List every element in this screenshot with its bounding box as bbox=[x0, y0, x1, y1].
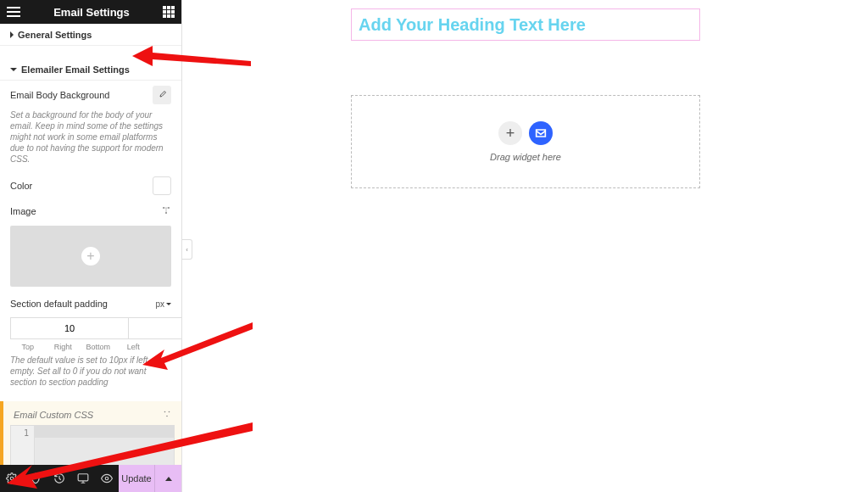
section-label: General Settings bbox=[18, 30, 92, 40]
padding-label: Section default padding bbox=[10, 299, 108, 309]
dropzone-actions: + bbox=[498, 121, 553, 145]
image-row: Image bbox=[0, 200, 181, 222]
dynamic-tags-icon[interactable] bbox=[163, 410, 171, 420]
image-upload-area[interactable]: + bbox=[10, 226, 171, 287]
heading-widget[interactable]: Add Your Heading Text Here bbox=[351, 8, 700, 41]
body-bg-row: Email Body Background bbox=[0, 81, 181, 109]
section-general-settings[interactable]: General Settings bbox=[0, 24, 181, 46]
padding-unit-select[interactable]: px bbox=[155, 299, 171, 309]
padding-right-input[interactable] bbox=[128, 317, 181, 339]
css-code-area[interactable] bbox=[35, 426, 174, 465]
color-row: Color bbox=[0, 171, 181, 200]
empty-section-dropzone[interactable]: + Drag widget here bbox=[351, 95, 700, 188]
history-icon[interactable] bbox=[47, 465, 71, 492]
css-line-gutter: 1 bbox=[11, 426, 35, 465]
panel-title: Email Settings bbox=[53, 6, 130, 19]
color-picker[interactable] bbox=[153, 176, 171, 195]
navigator-icon[interactable] bbox=[24, 465, 47, 492]
chevron-down-icon bbox=[10, 68, 17, 71]
save-options-button[interactable] bbox=[154, 465, 181, 492]
section-elemailer-settings[interactable]: Elemailer Email Settings bbox=[0, 59, 181, 81]
dropzone-label: Drag widget here bbox=[490, 152, 561, 162]
settings-body: Email Body Background Set a background f… bbox=[0, 81, 181, 465]
envelope-icon bbox=[534, 126, 548, 140]
custom-css-label: Email Custom CSS bbox=[14, 410, 93, 420]
padding-side-labels: Top Right Bottom Left bbox=[0, 343, 181, 355]
custom-css-section: Email Custom CSS 1 Warning: it might see… bbox=[0, 401, 181, 465]
paintbrush-icon bbox=[157, 90, 167, 100]
section-label: Elemailer Email Settings bbox=[21, 64, 130, 75]
padding-desc: The default value is set to 10px if left… bbox=[0, 355, 181, 394]
elemailer-widgets-button[interactable] bbox=[529, 121, 553, 145]
svg-point-8 bbox=[105, 477, 108, 480]
responsive-icon[interactable] bbox=[71, 465, 95, 492]
plus-icon: + bbox=[81, 247, 100, 266]
chevron-down-icon bbox=[166, 303, 171, 305]
chevron-up-icon bbox=[165, 477, 172, 481]
widgets-grid-icon[interactable] bbox=[163, 6, 175, 18]
padding-inputs bbox=[0, 314, 181, 343]
body-bg-desc: Set a background for the body of your em… bbox=[0, 109, 181, 171]
panel-collapse-handle[interactable]: ‹ bbox=[182, 239, 192, 260]
update-button[interactable]: Update bbox=[119, 465, 154, 492]
svg-rect-7 bbox=[78, 474, 88, 481]
svg-point-3 bbox=[164, 411, 166, 413]
image-label: Image bbox=[10, 206, 36, 216]
padding-header: Section default padding px bbox=[0, 294, 181, 314]
bottom-toolbar: Update bbox=[0, 465, 181, 492]
menu-icon[interactable] bbox=[7, 7, 20, 17]
chevron-right-icon bbox=[10, 31, 14, 38]
add-section-button[interactable]: + bbox=[498, 121, 522, 145]
preview-icon[interactable] bbox=[95, 465, 119, 492]
custom-css-header: Email Custom CSS bbox=[10, 408, 175, 425]
color-label: Color bbox=[10, 181, 32, 191]
heading-text: Add Your Heading Text Here bbox=[359, 15, 586, 35]
settings-icon[interactable] bbox=[0, 465, 24, 492]
padding-top-input[interactable] bbox=[10, 317, 129, 339]
panel-header: Email Settings bbox=[0, 0, 181, 24]
svg-point-5 bbox=[166, 416, 168, 417]
svg-point-6 bbox=[10, 477, 14, 480]
svg-point-4 bbox=[169, 411, 170, 413]
editor-canvas: ‹ Add Your Heading Text Here + Drag widg… bbox=[182, 0, 868, 492]
body-bg-label: Email Body Background bbox=[10, 90, 109, 100]
custom-css-editor[interactable]: 1 bbox=[10, 425, 175, 465]
dynamic-tags-icon[interactable] bbox=[161, 205, 171, 217]
body-bg-classic-button[interactable] bbox=[153, 86, 171, 104]
settings-sidebar: Email Settings General Settings Elemaile… bbox=[0, 0, 182, 492]
